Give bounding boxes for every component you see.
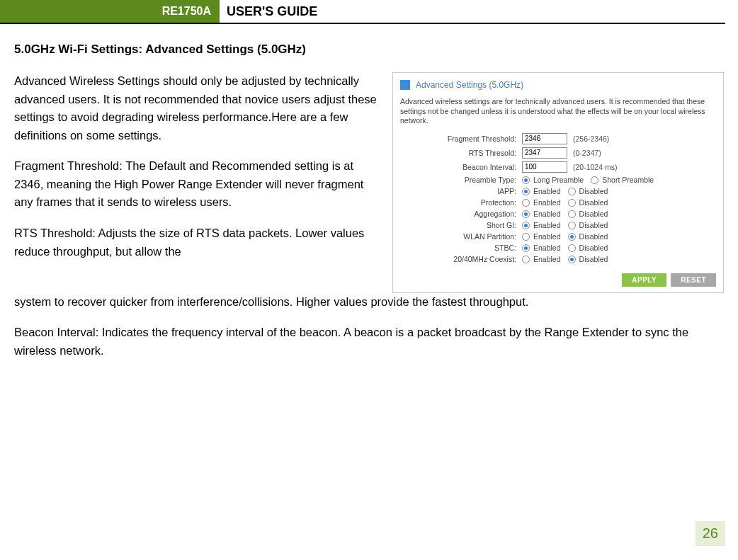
range-beacon-interval: (20-1024 ms) [573, 163, 617, 171]
paragraph-fragment: Fragment Threshold: The Default and Reco… [14, 157, 380, 212]
input-rts-thresold[interactable] [522, 147, 567, 159]
row-rts-thresold: RTS Thresold: (0-2347) [400, 147, 716, 159]
document-title: USER'S GUIDE [220, 0, 317, 23]
opt-iapp-disabled: Disabled [579, 187, 608, 195]
opt-preamble-short: Short Preamble [602, 176, 654, 184]
radio-preamble-short[interactable] [591, 176, 598, 184]
label-stbc: STBC: [400, 244, 522, 252]
radio-stbc-enabled[interactable] [522, 244, 530, 252]
label-beacon-interval: Beacon Interval: [400, 163, 522, 171]
label-preamble: Preamble Type: [400, 176, 522, 184]
opt-iapp-enabled: Enabled [533, 187, 561, 195]
radio-aggregation-disabled[interactable] [568, 210, 576, 218]
section-title: 5.0GHz Wi-Fi Settings: Advanced Settings… [14, 42, 724, 57]
opt-aggregation-enabled: Enabled [533, 210, 561, 218]
settings-panel: Advanced Settings (5.0GHz) Advanced wire… [392, 72, 724, 293]
opt-stbc-enabled: Enabled [533, 244, 561, 252]
row-coexist: 20/40MHz Coexist: Enabled Disabled [400, 255, 716, 263]
row-aggregation: Aggregation: Enabled Disabled [400, 210, 716, 218]
range-fragment-threshold: (256-2346) [573, 135, 609, 143]
model-badge: RE1750A [0, 0, 220, 23]
radio-coexist-disabled[interactable] [568, 256, 576, 263]
paragraph-beacon: Beacon Interval: Indicates the frequency… [14, 324, 724, 360]
radio-iapp-disabled[interactable] [568, 188, 576, 195]
radio-protection-enabled[interactable] [522, 199, 530, 207]
panel-note: Advanced wireless settings are for techn… [400, 97, 716, 126]
panel-header: Advanced Settings (5.0GHz) [400, 80, 716, 90]
opt-preamble-long: Long Preamble [533, 176, 584, 184]
row-preamble: Preamble Type: Long Preamble Short Pream… [400, 176, 716, 184]
panel-actions: APPLY RESET [400, 273, 716, 287]
radio-shortgi-disabled[interactable] [568, 222, 576, 229]
row-protection: Protection: Enabled Disabled [400, 198, 716, 207]
radio-iapp-enabled[interactable] [522, 188, 530, 195]
label-protection: Protection: [400, 198, 522, 207]
opt-shortgi-enabled: Enabled [533, 221, 561, 229]
radio-protection-disabled[interactable] [568, 199, 576, 207]
radio-coexist-enabled[interactable] [522, 256, 530, 263]
page-content: 5.0GHz Wi-Fi Settings: Advanced Settings… [0, 24, 738, 360]
opt-aggregation-disabled: Disabled [579, 210, 608, 218]
radio-wlan-disabled[interactable] [568, 233, 576, 241]
panel-color-swatch [400, 80, 410, 90]
opt-protection-enabled: Enabled [533, 198, 561, 207]
text-column: Advanced Wireless Settings should only b… [14, 72, 380, 261]
range-rts-thresold: (0-2347) [573, 149, 601, 157]
row-iapp: IAPP: Enabled Disabled [400, 187, 716, 195]
row-short-gi: Short GI: Enabled Disabled [400, 221, 716, 229]
opt-protection-disabled: Disabled [579, 198, 608, 207]
label-coexist: 20/40MHz Coexist: [400, 255, 522, 263]
label-rts-thresold: RTS Thresold: [400, 149, 522, 157]
radio-shortgi-enabled[interactable] [522, 222, 530, 229]
paragraph-rts-b: system to recover quicker from interfere… [14, 293, 724, 312]
opt-stbc-disabled: Disabled [579, 244, 608, 252]
row-wlan-partition: WLAN Partition: Enabled Disabled [400, 232, 716, 241]
opt-wlan-enabled: Enabled [533, 232, 561, 241]
page-number-box: 26 [696, 521, 725, 546]
opt-wlan-disabled: Disabled [579, 232, 608, 241]
row-stbc: STBC: Enabled Disabled [400, 244, 716, 252]
label-short-gi: Short GI: [400, 221, 522, 229]
row-fragment-threshold: Fragment Threshold: (256-2346) [400, 133, 716, 144]
label-wlan-partition: WLAN Partition: [400, 232, 522, 241]
document-header: RE1750A USER'S GUIDE [0, 0, 725, 24]
apply-button[interactable]: APPLY [622, 273, 666, 287]
radio-wlan-enabled[interactable] [522, 233, 530, 241]
label-fragment-threshold: Fragment Threshold: [400, 135, 522, 143]
reset-button[interactable]: RESET [671, 273, 716, 287]
input-beacon-interval[interactable] [522, 161, 567, 173]
panel-title: Advanced Settings (5.0GHz) [416, 80, 523, 90]
opt-shortgi-disabled: Disabled [579, 221, 608, 229]
row-beacon-interval: Beacon Interval: (20-1024 ms) [400, 161, 716, 173]
label-iapp: IAPP: [400, 187, 522, 195]
input-fragment-threshold[interactable] [522, 133, 567, 144]
page-number: 26 [703, 525, 718, 541]
paragraph-intro: Advanced Wireless Settings should only b… [14, 72, 380, 144]
radio-stbc-disabled[interactable] [568, 244, 576, 252]
settings-fields: Fragment Threshold: (256-2346) RTS Thres… [400, 133, 716, 263]
opt-coexist-disabled: Disabled [579, 255, 608, 263]
radio-aggregation-enabled[interactable] [522, 210, 530, 218]
radio-preamble-long[interactable] [522, 176, 530, 184]
paragraph-rts-a: RTS Threshold: Adjusts the size of RTS d… [14, 224, 380, 261]
label-aggregation: Aggregation: [400, 210, 522, 218]
opt-coexist-enabled: Enabled [533, 255, 561, 263]
